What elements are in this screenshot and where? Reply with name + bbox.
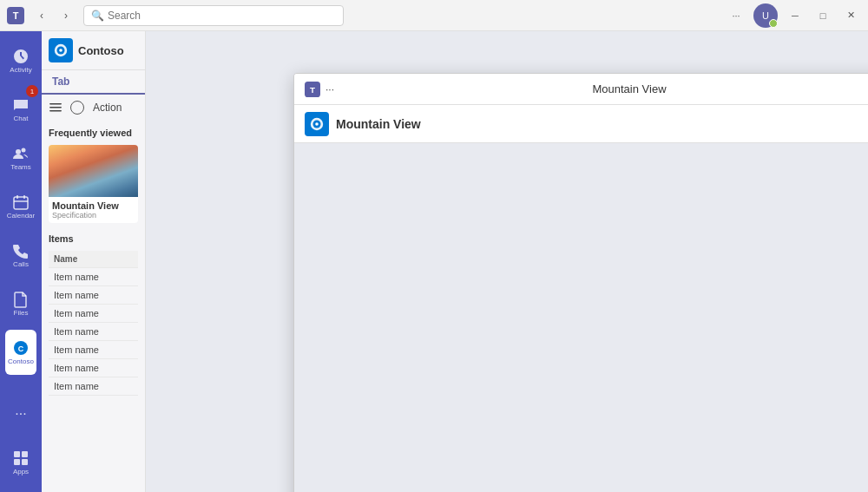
- table-row[interactable]: Item name: [49, 377, 138, 396]
- circle-button[interactable]: [68, 98, 87, 117]
- sidebar-item-calendar[interactable]: Calendar: [5, 184, 36, 229]
- svg-point-21: [315, 122, 319, 126]
- nav-buttons: ‹ ›: [31, 5, 76, 26]
- calls-icon: [12, 242, 30, 259]
- thumbnail-info: Mountain View Specification: [49, 197, 138, 223]
- inner-dialog-header: Mountain View ···: [294, 105, 868, 143]
- teams-icon: [12, 145, 30, 162]
- svg-text:T: T: [13, 10, 19, 21]
- table-row[interactable]: Item name: [49, 341, 138, 359]
- sidebar-item-apps[interactable]: Apps: [5, 440, 36, 485]
- svg-rect-7: [14, 451, 20, 457]
- frequently-viewed-title: Frequently viewed: [49, 128, 138, 138]
- search-bar[interactable]: 🔍: [83, 5, 344, 26]
- mv-title-text: Mountain View: [336, 117, 421, 131]
- svg-point-13: [59, 49, 62, 52]
- thumbnail-subtitle: Specification: [52, 211, 135, 220]
- items-table: Name Item nameItem nameItem nameItem nam…: [49, 251, 138, 396]
- calls-label: Calls: [13, 261, 29, 268]
- item-name-cell: Item name: [49, 323, 138, 341]
- svg-rect-15: [49, 107, 62, 108]
- apps-icon: [12, 449, 30, 467]
- activity-label: Activity: [10, 67, 31, 74]
- svg-rect-16: [49, 110, 62, 112]
- inner-teams-label: ···: [326, 83, 334, 95]
- title-bar-left: T ‹ ›: [7, 5, 76, 26]
- sidebar: Activity 1 Chat Teams Cale: [0, 31, 42, 492]
- mv-icon-svg: [309, 116, 325, 132]
- action-button[interactable]: Action: [90, 99, 124, 116]
- calendar-label: Calendar: [7, 213, 35, 220]
- avatar: U: [753, 3, 778, 28]
- tab-tab[interactable]: Tab: [45, 70, 76, 95]
- teams-label: Teams: [10, 164, 31, 171]
- minimize-button[interactable]: ─: [785, 5, 806, 26]
- files-label: Files: [14, 310, 29, 317]
- items-col-name: Name: [49, 251, 138, 268]
- apps-label: Apps: [13, 469, 29, 476]
- svg-rect-10: [22, 459, 28, 465]
- svg-point-3: [22, 148, 26, 153]
- thumbnail-title: Mountain View: [52, 200, 135, 211]
- table-row[interactable]: Item name: [49, 359, 138, 377]
- calendar-icon: [12, 194, 30, 211]
- panel-content: Frequently viewed Mountain View Specific…: [42, 121, 145, 403]
- thumbnail-card[interactable]: Mountain View Specification: [49, 145, 138, 223]
- item-name-cell: Item name: [49, 268, 138, 286]
- more-options-button[interactable]: ···: [726, 5, 746, 26]
- tab-bar: Tab: [42, 70, 145, 95]
- forward-button[interactable]: ›: [56, 5, 76, 26]
- menu-button[interactable]: [47, 99, 64, 116]
- contoso-panel-svg: [53, 43, 69, 58]
- hamburger-icon: [49, 102, 62, 114]
- sidebar-item-calls[interactable]: Calls: [5, 233, 36, 278]
- search-icon: 🔍: [91, 10, 104, 22]
- inner-dialog-titlebar: T ··· Mountain View ─ □ ✕: [294, 74, 868, 105]
- maximize-button[interactable]: □: [812, 5, 833, 26]
- chat-icon: [12, 96, 30, 114]
- items-section: Items Name Item nameItem nameItem nameIt…: [49, 233, 138, 396]
- sidebar-item-files[interactable]: Files: [5, 281, 36, 326]
- toolbar: Action: [42, 95, 145, 121]
- svg-text:T: T: [310, 84, 315, 94]
- inner-dialog: T ··· Mountain View ─ □ ✕: [293, 73, 868, 492]
- sidebar-item-chat[interactable]: 1 Chat: [5, 87, 36, 132]
- close-button[interactable]: ✕: [840, 5, 861, 26]
- chat-label: Chat: [14, 115, 29, 122]
- contoso-panel-name: Contoso: [78, 44, 124, 57]
- table-row[interactable]: Item name: [49, 268, 138, 286]
- inner-dialog-content: [294, 143, 868, 492]
- back-button[interactable]: ‹: [31, 5, 52, 26]
- table-row[interactable]: Item name: [49, 286, 138, 305]
- title-bar-right: ··· U ─ □ ✕: [726, 3, 861, 28]
- table-row[interactable]: Item name: [49, 305, 138, 323]
- circle-icon: [70, 101, 84, 115]
- sidebar-item-activity[interactable]: Activity: [5, 38, 36, 83]
- teams-panel-header: Contoso: [42, 31, 145, 70]
- item-name-cell: Item name: [49, 359, 138, 377]
- svg-text:C: C: [18, 344, 24, 353]
- item-name-cell: Item name: [49, 305, 138, 323]
- svg-rect-8: [22, 451, 28, 457]
- presence-badge: [769, 19, 778, 28]
- items-title: Items: [49, 233, 138, 244]
- sidebar-item-contoso[interactable]: C Contoso: [5, 330, 36, 375]
- teams-logo-icon: T: [7, 7, 24, 24]
- activity-icon: [12, 48, 30, 65]
- contoso-icon: C: [12, 339, 30, 357]
- thumbnail-image: [49, 145, 138, 197]
- inner-dialog-title-text: Mountain View: [334, 82, 868, 95]
- table-row[interactable]: Item name: [49, 323, 138, 341]
- search-input[interactable]: [108, 10, 336, 22]
- sidebar-item-more[interactable]: ···: [5, 391, 36, 436]
- item-name-cell: Item name: [49, 341, 138, 359]
- files-icon: [12, 291, 30, 308]
- sidebar-item-teams[interactable]: Teams: [5, 135, 36, 180]
- svg-rect-4: [14, 197, 28, 209]
- main-layout: Activity 1 Chat Teams Cale: [0, 31, 868, 492]
- title-bar: T ‹ › 🔍 ··· U ─ □ ✕: [0, 0, 868, 31]
- item-name-cell: Item name: [49, 377, 138, 396]
- contoso-panel-icon: [49, 38, 73, 62]
- item-name-cell: Item name: [49, 286, 138, 305]
- teams-panel: Contoso Tab Action Frequently vie: [42, 31, 146, 492]
